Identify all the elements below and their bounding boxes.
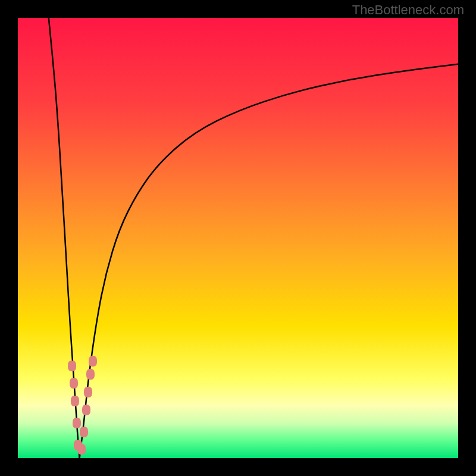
data-marker	[89, 356, 97, 367]
data-marker	[68, 361, 76, 371]
data-marker	[84, 387, 92, 397]
data-marker	[77, 444, 86, 455]
data-marker	[80, 427, 88, 437]
right-ascent-curve	[80, 64, 458, 458]
data-marker	[70, 378, 78, 389]
data-marker	[82, 405, 90, 415]
plot-area	[18, 18, 458, 458]
left-descent-curve	[49, 18, 80, 458]
data-marker	[86, 369, 95, 380]
watermark-text: TheBottleneck.com	[352, 2, 464, 18]
data-marker	[71, 396, 79, 406]
data-marker	[73, 418, 81, 428]
